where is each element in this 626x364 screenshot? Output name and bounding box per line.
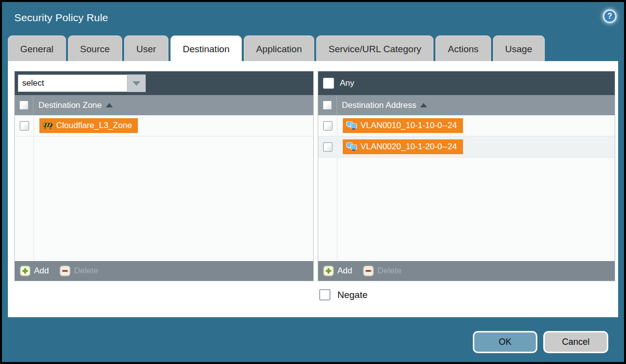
zone-panel-header <box>15 71 313 95</box>
address-item[interactable]: VLAN0020_10-1-20-0--24 <box>343 139 463 154</box>
address-row: VLAN0010_10-1-10-0--24 <box>318 115 615 136</box>
address-item-label: VLAN0010_10-1-10-0--24 <box>361 121 457 131</box>
address-row-checkbox[interactable] <box>323 121 332 131</box>
cancel-button[interactable]: Cancel <box>543 331 608 353</box>
tab-source[interactable]: Source <box>68 35 122 61</box>
tab-actions[interactable]: Actions <box>435 35 491 61</box>
delete-icon <box>60 265 70 276</box>
address-item-label: VLAN0020_10-1-20-0--24 <box>361 142 457 152</box>
tab-application[interactable]: Application <box>244 35 314 61</box>
zone-item[interactable]: Cloudflare_L3_Zone <box>39 118 138 133</box>
address-column-header: Destination Address <box>318 95 615 115</box>
zone-delete-button[interactable]: Delete <box>60 265 98 276</box>
negate-wrap: Negate <box>319 289 367 300</box>
zone-panel-footer: Add Delete <box>15 261 313 281</box>
dialog-title: Security Policy Rule <box>14 12 108 24</box>
add-icon <box>323 265 334 276</box>
delete-icon <box>363 265 374 276</box>
zone-item-label: Cloudflare_L3_Zone <box>56 121 132 131</box>
checkbox-column-divider <box>33 115 34 261</box>
zone-select-all-checkbox[interactable] <box>19 100 29 110</box>
address-panel-footer: Add Delete <box>318 261 615 281</box>
help-icon[interactable]: ? <box>603 9 617 23</box>
zone-column-header: Destination Zone <box>15 95 313 115</box>
address-select-all-checkbox[interactable] <box>323 100 332 110</box>
zone-row: Cloudflare_L3_Zone <box>15 115 313 136</box>
zone-column-label: Destination Zone <box>38 100 102 110</box>
tab-general[interactable]: General <box>8 35 66 61</box>
security-policy-rule-dialog: Security Policy Rule ? General Source Us… <box>0 0 626 364</box>
address-add-button[interactable]: Add <box>323 265 352 276</box>
sort-ascending-icon <box>106 103 113 107</box>
zone-column-label-wrap[interactable]: Destination Zone <box>38 100 113 110</box>
destination-zone-panel: Destination Zone Cloudflare_L3_Zone <box>14 71 314 281</box>
zone-icon <box>43 122 53 130</box>
zone-select-input[interactable] <box>18 74 127 92</box>
address-list: VLAN0010_10-1-10-0--24 VLAN0020_10-1-20-… <box>318 115 615 261</box>
negate-checkbox[interactable] <box>319 289 330 300</box>
zone-row-checkbox[interactable] <box>20 121 29 131</box>
negate-label: Negate <box>337 290 367 300</box>
sort-ascending-icon <box>420 103 427 107</box>
address-row: VLAN0020_10-1-20-0--24 <box>318 136 615 158</box>
any-checkbox-wrap: Any <box>321 78 354 89</box>
ok-button[interactable]: OK <box>473 331 537 353</box>
address-panel-header: Any <box>318 71 615 95</box>
address-column-label-wrap[interactable]: Destination Address <box>342 100 427 110</box>
address-row-checkbox[interactable] <box>323 142 332 152</box>
tab-destination[interactable]: Destination <box>170 35 242 61</box>
tab-bar: General Source User Destination Applicat… <box>8 35 618 61</box>
zone-add-button[interactable]: Add <box>20 265 49 276</box>
destination-address-panel: Any Destination Address <box>318 71 615 281</box>
title-bar: Security Policy Rule ? <box>2 2 624 33</box>
address-column-label: Destination Address <box>342 100 416 110</box>
address-icon <box>346 142 357 151</box>
tab-usage[interactable]: Usage <box>493 35 545 61</box>
help-glyph: ? <box>607 12 612 21</box>
destination-tab-content: Destination Zone Cloudflare_L3_Zone <box>8 61 618 317</box>
zone-select-dropdown-button[interactable] <box>127 74 146 92</box>
add-icon <box>20 265 31 276</box>
zone-list: Cloudflare_L3_Zone <box>15 115 313 261</box>
address-delete-button[interactable]: Delete <box>363 265 401 276</box>
tab-service-url-category[interactable]: Service/URL Category <box>316 35 433 61</box>
address-icon <box>346 121 357 130</box>
zone-select-combo <box>18 74 146 92</box>
address-item[interactable]: VLAN0010_10-1-10-0--24 <box>343 118 463 133</box>
any-label: Any <box>340 78 354 88</box>
chevron-down-icon <box>132 81 140 86</box>
any-checkbox[interactable] <box>323 78 334 89</box>
tab-user[interactable]: User <box>124 35 168 61</box>
